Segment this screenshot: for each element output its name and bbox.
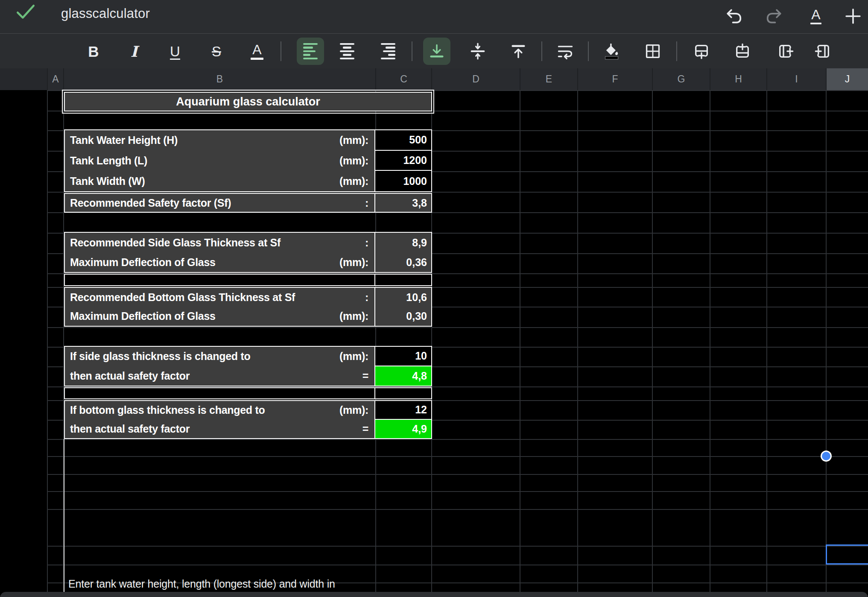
column-header-f[interactable]: F — [577, 68, 652, 90]
gridline-vertical — [766, 90, 767, 592]
bottom-sheet-edge — [0, 592, 868, 597]
insert-row-below-icon — [693, 43, 710, 60]
cell-B12[interactable]: Maximum Deflection of Glass(mm): — [65, 307, 374, 326]
cell-C4[interactable]: 1200 — [374, 151, 431, 171]
insert-column-right-button[interactable] — [772, 38, 799, 65]
cell-B6[interactable]: Recommended Safety factor (Sf): — [65, 194, 374, 212]
gridline-vertical — [652, 90, 653, 592]
selection-border-top — [826, 544, 868, 546]
bottom-glass-box: Recommended Bottom Glass Thickness at Sf… — [64, 287, 432, 327]
gridline-vertical — [826, 90, 827, 592]
cell-C9[interactable]: 0,36 — [374, 252, 431, 272]
cell-B3[interactable]: Tank Water Height (H)(mm): — [65, 130, 374, 151]
whatif-side-box: If side glass thickness is changed to(mm… — [64, 346, 432, 386]
text-color-bar — [251, 58, 263, 60]
align-left-button[interactable] — [297, 38, 324, 65]
redo-button[interactable] — [762, 4, 786, 28]
column-header-j[interactable]: J — [826, 68, 868, 90]
align-center-button[interactable] — [333, 38, 361, 65]
gridline-horizontal — [47, 439, 868, 440]
cell-C3[interactable]: 500 — [374, 130, 431, 151]
column-header-d[interactable]: D — [431, 68, 520, 90]
gridline-horizontal — [47, 491, 868, 492]
strikethrough-button[interactable]: S — [203, 38, 230, 65]
column-header-b[interactable]: B — [63, 68, 375, 90]
toolbar-divider — [281, 41, 281, 61]
fill-color-button[interactable] — [598, 38, 625, 65]
cell-C5[interactable]: 1000 — [374, 171, 431, 191]
column-header-c[interactable]: C — [375, 68, 431, 90]
cell-B11[interactable]: Recommended Bottom Glass Thickness at Sf… — [65, 288, 374, 307]
column-header-a[interactable]: A — [47, 68, 63, 90]
borders-button[interactable] — [639, 38, 666, 65]
valign-top-button[interactable] — [505, 38, 532, 65]
row-bottom-thickness: Recommended Bottom Glass Thickness at Sf… — [65, 288, 431, 307]
text-format-underline — [810, 23, 821, 24]
done-check-icon[interactable] — [15, 3, 36, 20]
bold-button[interactable]: B — [80, 38, 107, 65]
gridline-vertical — [520, 90, 520, 592]
toolbar-divider — [412, 41, 412, 61]
text-color-button[interactable]: A — [243, 38, 271, 65]
insert-row-above-button[interactable] — [729, 38, 756, 65]
column-headers: ABCDEFGHIJ — [0, 68, 868, 90]
row-side-thickness: Recommended Side Glass Thickness at Sf: … — [65, 233, 431, 252]
valign-middle-button[interactable] — [464, 38, 491, 65]
cell-B18[interactable]: then actual safety factor= — [65, 420, 374, 439]
valign-bottom-button[interactable] — [423, 38, 450, 65]
row-tank-length: Tank Length (L)(mm): 1200 — [65, 151, 431, 171]
column-header-g[interactable]: G — [652, 68, 710, 90]
toolbar-divider — [588, 41, 589, 61]
valign-middle-icon — [469, 43, 486, 60]
cell-C12[interactable]: 0,30 — [374, 307, 431, 326]
selection-handle[interactable] — [821, 451, 832, 462]
gridline-horizontal — [47, 327, 868, 328]
undo-button[interactable] — [722, 4, 746, 28]
italic-button[interactable]: I — [120, 38, 148, 65]
row-bottom-deflection: Maximum Deflection of Glass(mm): 0,30 — [65, 307, 431, 326]
column-b-left-border — [64, 439, 64, 597]
spreadsheet-app: glasscalculator A B I U S A — [0, 0, 868, 597]
grid-canvas[interactable]: Aquarium glass calculator Tank Water Hei… — [0, 90, 868, 597]
text-wrap-button[interactable] — [552, 38, 579, 65]
row-side-deflection: Maximum Deflection of Glass(mm): 0,36 — [65, 252, 431, 272]
text-format-button[interactable]: A — [804, 4, 828, 28]
cell-B17[interactable]: If bottom glass thickness is changed to(… — [65, 401, 374, 420]
spacer-row-16[interactable] — [64, 387, 432, 399]
add-button[interactable] — [841, 4, 865, 28]
cell-title-box[interactable]: Aquarium glass calculator — [64, 92, 432, 111]
cell-C11[interactable]: 10,6 — [374, 288, 431, 307]
cell-C15[interactable]: 4,8 — [374, 366, 431, 386]
cell-B5[interactable]: Tank Width (W)(mm): — [65, 171, 374, 191]
cell-B14[interactable]: If side glass thickness is changed to(mm… — [65, 347, 374, 366]
align-center-icon — [340, 43, 354, 60]
document-title[interactable]: glasscalculator — [61, 6, 150, 21]
gridline-vertical — [710, 90, 710, 592]
column-header-i[interactable]: I — [766, 68, 826, 90]
gridline-horizontal — [47, 474, 868, 475]
cell-B15[interactable]: then actual safety factor= — [65, 366, 374, 386]
row-tank-width: Tank Width (W)(mm): 1000 — [65, 171, 431, 191]
underline-button[interactable]: U — [161, 38, 189, 65]
column-header-e[interactable]: E — [520, 68, 577, 90]
gridline-horizontal — [47, 509, 868, 510]
align-right-button[interactable] — [374, 38, 402, 65]
select-all-corner[interactable] — [0, 68, 47, 90]
text-wrap-icon — [557, 43, 574, 60]
sheet-title-cell[interactable]: Aquarium glass calculator — [65, 93, 431, 111]
row-whatif-bottom-thickness: If bottom glass thickness is changed to(… — [65, 401, 431, 420]
cell-C6[interactable]: 3,8 — [374, 194, 431, 212]
cell-B4[interactable]: Tank Length (L)(mm): — [65, 151, 374, 171]
gridline-vertical — [577, 90, 578, 592]
insert-row-below-button[interactable] — [688, 38, 715, 65]
insert-column-left-button[interactable] — [809, 38, 836, 65]
cell-C14[interactable]: 10 — [374, 347, 431, 366]
spacer-row-10[interactable] — [64, 274, 432, 286]
column-header-h[interactable]: H — [710, 68, 766, 90]
cell-C17[interactable]: 12 — [374, 401, 431, 420]
cell-B8[interactable]: Recommended Side Glass Thickness at Sf: — [65, 233, 374, 252]
row-whatif-bottom-result: then actual safety factor= 4,9 — [65, 420, 431, 439]
cell-B9[interactable]: Maximum Deflection of Glass(mm): — [65, 252, 374, 272]
cell-C8[interactable]: 8,9 — [374, 233, 431, 252]
cell-C18[interactable]: 4,9 — [374, 420, 431, 439]
